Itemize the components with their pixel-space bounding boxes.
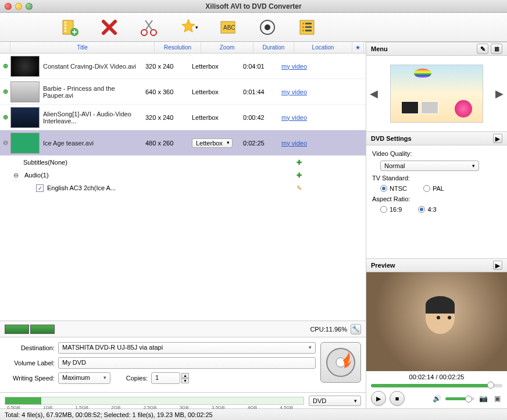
column-headers: Title Resolution Zoom Duration Location … [0,42,366,54]
col-title[interactable]: Title [10,42,155,53]
preview-video[interactable] [366,272,507,371]
cpu-label: CPU: [310,326,325,333]
expand-icon[interactable]: ⊕ [0,88,10,95]
audio-track-label: English AC3 2ch(Ice A... [47,184,116,191]
destination-label: Destination: [5,344,58,351]
copies-label: Copies: [110,375,151,382]
file-location-link[interactable]: my video [281,140,307,147]
writing-speed-select[interactable]: Maximum [58,372,110,384]
destination-select[interactable]: MATSHITA DVD-R UJ-85J via atapi [58,342,316,354]
seek-slider[interactable] [371,384,502,387]
video-quality-select[interactable]: Normal [380,161,479,171]
cpu-meter-icon [5,325,29,334]
file-location-link[interactable]: my video [281,114,307,121]
prev-menu-icon[interactable]: ◀ [370,87,378,100]
col-resolution[interactable]: Resolution [155,42,201,53]
menu-preview: ◀ ▶ [366,56,507,131]
audio-track-row: ✓ English AC3 2ch(Ice A... ✎ [0,181,366,194]
subtitle-button[interactable]: ABC [216,17,240,38]
svg-point-11 [265,24,270,30]
file-row[interactable]: ⊕ AlienSong[1]-AVI - Audio-Video Interle… [0,105,366,130]
edit-menu-icon[interactable]: ✎ [477,44,488,54]
cpu-value: 11.96% [326,326,347,333]
menu-label: Menu [371,45,388,52]
file-title: Ice Age teaser.avi [43,140,142,147]
col-location[interactable]: Location [294,42,352,53]
file-title: Barbie - Princess and the Pauper.avi [43,85,142,99]
file-location-link[interactable]: my video [281,88,307,95]
file-resolution: 320 x 240 [142,63,188,70]
expand-icon[interactable]: ⊕ [0,113,10,121]
preview-time: 00:02:14 / 00:02:25 [366,371,507,383]
next-menu-icon[interactable]: ▶ [495,87,504,100]
file-row[interactable]: ⊕ Constant Craving-DivX Video.avi 320 x … [0,54,366,79]
file-zoom: Letterbox [188,88,241,95]
collapse-icon[interactable]: ⊖ [10,172,21,179]
menu-section-header: Menu ✎ ≣ [366,42,507,56]
file-location-link[interactable]: my video [281,63,307,70]
pal-radio[interactable]: PAL [423,185,444,192]
snapshot-icon[interactable]: 📷 [478,393,488,404]
add-file-button[interactable] [58,17,81,38]
destination-panel: Destination: MATSHITA DVD-R UJ-85J via a… [0,337,366,392]
size-meter [5,397,304,405]
subtitles-row: Subtitles(None) ✚ [0,156,366,169]
add-audio-icon[interactable]: ✚ [297,172,302,179]
expand-settings-icon[interactable]: ▶ [493,134,502,143]
file-row[interactable]: ⊕ Barbie - Princess and the Pauper.avi 6… [0,79,366,105]
app-title: Xilisoft AVI to DVD Converter [0,2,507,10]
col-duration[interactable]: Duration [254,42,294,53]
volume-label-input[interactable]: My DVD [58,357,316,369]
dvd-settings-panel: Video Quality: Normal TV Standard: NTSC … [366,145,507,218]
collapse-icon[interactable]: ⊖ [0,139,10,147]
file-title: Constant Craving-DivX Video.avi [43,63,142,70]
menu-thumbnail[interactable] [390,65,483,123]
copies-input[interactable]: 1 [151,372,180,384]
ntsc-radio[interactable]: NTSC [380,185,407,192]
ratio-43-radio[interactable]: 4:3 [418,206,436,213]
list-button[interactable] [295,17,319,38]
dvd-settings-label: DVD Settings [371,135,412,142]
file-resolution: 320 x 240 [142,114,188,121]
copies-up-icon[interactable]: ▲ [181,373,189,378]
file-list: ⊕ Constant Craving-DivX Video.avi 320 x … [0,54,366,321]
zoom-select[interactable]: Letterbox [192,138,233,148]
menu-list-icon[interactable]: ≣ [491,44,502,54]
col-star[interactable]: ★ [352,42,364,53]
copies-down-icon[interactable]: ▼ [181,378,189,383]
dvd-settings-header: DVD Settings ▶ [366,131,507,145]
tv-standard-label: TV Standard: [372,175,501,181]
record-button[interactable] [256,17,279,38]
svg-rect-2 [65,24,66,26]
add-subtitle-icon[interactable]: ✚ [297,159,302,166]
burn-button[interactable] [320,342,361,383]
svg-rect-15 [302,26,304,28]
ratio-169-radio[interactable]: 16:9 [380,206,402,213]
expand-preview-icon[interactable]: ▶ [493,261,502,270]
size-ticks: 0.5GB 1GB 1.5GB 2GB 2.5GB 3GB 3.5GB 4GB … [5,405,295,410]
delete-button[interactable] [98,17,121,38]
file-title: AlienSong[1]-AVI - Audio-Video Interleav… [43,111,142,124]
edit-audio-icon[interactable]: ✎ [297,184,302,192]
effects-button[interactable]: ▾ [177,17,200,38]
file-resolution: 480 x 260 [142,140,188,147]
capture-icon[interactable]: ▣ [492,393,502,404]
volume-slider[interactable] [445,397,474,400]
file-row[interactable]: ⊖ Ice Age teaser.avi 480 x 260 Letterbox… [0,130,366,156]
thumbnail [10,133,40,154]
play-button[interactable]: ▶ [371,391,386,406]
volume-label-label: Volume Label: [5,360,58,366]
file-duration: 0:02:25 [241,140,281,147]
output-format-select[interactable]: DVD [309,396,361,406]
stop-button[interactable]: ■ [390,391,405,406]
audio-checkbox[interactable]: ✓ [36,184,44,192]
status-text: Total: 4 file(s), 67.92MB, 00:08:52; Sel… [5,411,213,418]
volume-icon[interactable]: 🔊 [431,393,442,404]
settings-icon[interactable]: 🔧 [351,324,361,334]
file-duration: 0:04:01 [241,63,281,70]
svg-text:ABC: ABC [223,24,235,31]
col-zoom[interactable]: Zoom [201,42,254,53]
aspect-ratio-label: Aspect Ratio: [372,195,501,202]
cut-button[interactable] [137,17,160,38]
expand-icon[interactable]: ⊕ [0,62,10,70]
